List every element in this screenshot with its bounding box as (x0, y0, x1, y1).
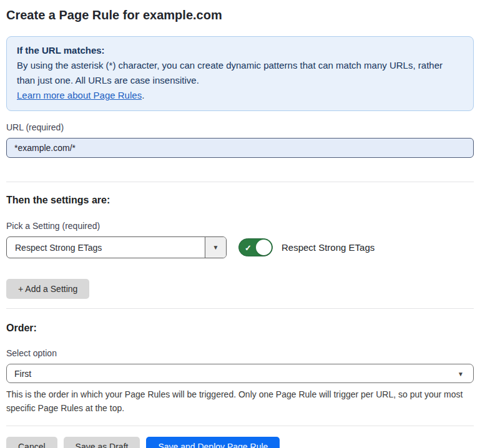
pick-setting-label: Pick a Setting (required) (6, 221, 474, 231)
url-field-label: URL (required) (6, 122, 474, 133)
info-box-heading: If the URL matches: (17, 43, 463, 58)
link-period: . (142, 90, 144, 100)
info-box-body: By using the asterisk (*) character, you… (17, 58, 463, 88)
save-and-deploy-button[interactable]: Save and Deploy Page Rule (146, 437, 280, 448)
divider (6, 308, 474, 309)
order-section-heading: Order: (6, 322, 474, 334)
check-icon: ✓ (245, 243, 252, 251)
info-box-link-line: Learn more about Page Rules. (17, 88, 463, 103)
url-matches-info-box: If the URL matches: By using the asteris… (6, 36, 474, 111)
learn-more-link[interactable]: Learn more about Page Rules (17, 90, 142, 100)
order-select-value: First (14, 369, 31, 379)
cancel-button[interactable]: Cancel (6, 437, 57, 448)
caret-down-icon: ▼ (458, 370, 464, 377)
page-title: Create a Page Rule for example.com (6, 7, 474, 22)
setting-toggle[interactable]: ✓ (238, 238, 273, 256)
divider (6, 426, 474, 426)
setting-dropdown-value: Respect Strong ETags (7, 237, 205, 258)
settings-section-heading: Then the settings are: (6, 194, 474, 207)
select-option-label: Select option (6, 348, 474, 359)
setting-toggle-label: Respect Strong ETags (282, 242, 375, 253)
footer-actions: Cancel Save as Draft Save and Deploy Pag… (6, 437, 474, 448)
order-select[interactable]: First ▼ (6, 364, 474, 383)
caret-down-icon: ▼ (205, 237, 226, 258)
url-input[interactable] (6, 138, 474, 158)
order-help-text: This is the order in which your Page Rul… (6, 387, 474, 415)
divider (6, 182, 474, 182)
setting-dropdown[interactable]: Respect Strong ETags ▼ (6, 236, 227, 258)
add-setting-button[interactable]: + Add a Setting (6, 279, 89, 299)
toggle-knob (256, 240, 272, 255)
save-as-draft-button[interactable]: Save as Draft (64, 437, 140, 448)
